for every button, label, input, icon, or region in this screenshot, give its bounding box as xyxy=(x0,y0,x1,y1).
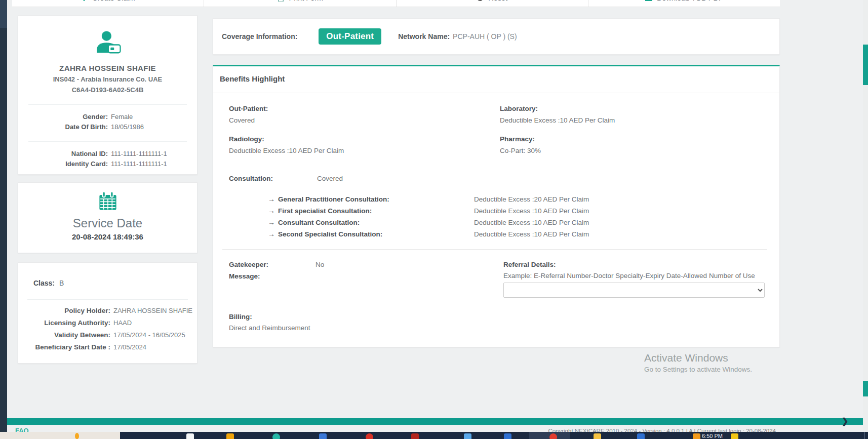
divider xyxy=(222,249,767,250)
plus-icon xyxy=(81,0,88,2)
patient-card-id: C6A4-D193-6A02-5C4B xyxy=(18,86,197,94)
show-desktop-button[interactable] xyxy=(864,432,865,439)
out-patient-label: Out-Patient: xyxy=(229,105,268,112)
sidebar-menu-toggle[interactable] xyxy=(0,0,7,28)
dob-label: Date Of Birth: xyxy=(18,123,108,131)
arrow-right-icon: → xyxy=(268,218,275,226)
identity-card-value: 111-1111-1111111-1 xyxy=(111,160,197,168)
coverage-card: Coverage Information: Out-Patient Networ… xyxy=(213,18,780,55)
national-id-value: 111-1111-1111111-1 xyxy=(111,150,197,157)
policy-card: Class: B Policy Holder: ZAHRA HOSSEIN SH… xyxy=(18,262,198,364)
laboratory-value: Deductible Excess :10 AED Per Claim xyxy=(500,116,615,124)
out-patient-value: Covered xyxy=(229,116,255,124)
gatekeeper-value: No xyxy=(315,261,324,268)
patient-name: ZAHRA HOSSEIN SHAFIE xyxy=(18,64,197,72)
referral-details-select[interactable] xyxy=(503,283,765,298)
taskbar-app-icon[interactable] xyxy=(637,433,645,439)
create-claim-label: Create Claim xyxy=(92,0,135,2)
taskbar-app-icon[interactable] xyxy=(186,433,194,439)
patient-ids: National ID: 111-1111-1111111-1 Identity… xyxy=(18,150,197,168)
taskbar-app-icon[interactable] xyxy=(366,433,373,439)
consultant-consultation-label: Consultant Consultation: xyxy=(278,219,360,226)
consultation-label: Consultation: xyxy=(229,175,273,182)
activate-windows-watermark: Activate Windows Go to Settings to activ… xyxy=(644,352,752,373)
consultant-consultation-value: Deductible Excess :10 AED Per Claim xyxy=(474,219,589,226)
referral-details-hint: Example: E-Referral Number-Doctor Specia… xyxy=(503,272,755,280)
divider xyxy=(27,299,188,300)
taskbar-app-icon[interactable] xyxy=(272,433,280,439)
activate-windows-line2: Go to Settings to activate Windows. xyxy=(644,366,752,373)
scrollbar-thumb[interactable] xyxy=(863,381,868,396)
divider xyxy=(28,104,187,105)
scrollbar-track[interactable] xyxy=(863,0,868,432)
dob-value: 18/05/1986 xyxy=(111,123,197,131)
policy-holder-label: Policy Holder: xyxy=(18,307,110,314)
national-id-label: National ID: xyxy=(18,150,108,157)
taskbar-app-icon[interactable] xyxy=(504,433,511,439)
benefits-highlight-title: Benefits Highlight xyxy=(220,74,285,83)
identity-card-label: Identity Card: xyxy=(18,160,108,168)
printer-icon xyxy=(277,0,285,2)
taskbar-folder-icon[interactable] xyxy=(594,433,601,439)
billing-value: Direct and Reimbursement xyxy=(229,324,310,332)
second-specialist-consultation-value: Deductible Excess :10 AED Per Claim xyxy=(474,230,589,238)
network-name-label: Network Name: xyxy=(398,32,450,41)
arrow-right-icon: → xyxy=(268,207,275,215)
coverage-type-badge: Out-Patient xyxy=(319,28,381,45)
billing-label: Billing: xyxy=(229,313,252,321)
reset-button[interactable]: Reset xyxy=(397,0,588,7)
taskbar-clock[interactable]: 6:50 PM xyxy=(702,433,723,439)
download-icon xyxy=(645,0,652,2)
first-specialist-consultation-label: First specialist Consultation: xyxy=(278,207,372,215)
scrollbar-thumb[interactable] xyxy=(863,45,868,85)
benefits-highlight-card: Benefits Highlight Out-Patient: Covered … xyxy=(213,65,780,347)
radiology-value: Deductible Excess :10 AED Per Claim xyxy=(229,147,344,154)
coverage-information-label: Coverage Information: xyxy=(222,32,297,41)
network-name-value: PCP-AUH ( OP ) (S) xyxy=(453,32,517,41)
taskbar-app-icon[interactable] xyxy=(549,433,557,439)
gp-consultation-value: Deductible Excess :20 AED Per Claim xyxy=(474,195,589,203)
taskbar-app-icon[interactable] xyxy=(693,433,700,439)
policy-details: Policy Holder: ZAHRA HOSSEIN SHAFIE Lice… xyxy=(18,307,197,351)
taskbar-app-icon[interactable] xyxy=(226,433,234,439)
second-specialist-consultation-label: Second Specialist Consultation: xyxy=(278,230,382,238)
consultation-value: Covered xyxy=(317,175,343,182)
taskbar-app-icon[interactable] xyxy=(464,433,471,439)
activate-windows-line1: Activate Windows xyxy=(644,352,752,364)
footer-accent-band: ❯ xyxy=(0,418,868,425)
class-value: B xyxy=(59,279,64,287)
taskbar-app-icon[interactable] xyxy=(319,433,327,439)
print-form-label: Print Form xyxy=(289,0,324,2)
divider xyxy=(28,141,187,142)
taskbar-search-box[interactable] xyxy=(0,432,120,439)
referral-details-label: Referral Details: xyxy=(503,261,556,268)
print-form-button[interactable]: Print Form xyxy=(204,0,396,7)
windows-taskbar: 6:50 PM xyxy=(0,432,868,439)
create-claim-button[interactable]: Create Claim xyxy=(12,0,204,7)
calendar-icon xyxy=(18,191,197,214)
message-label: Message: xyxy=(229,272,260,280)
validity-between-label: Validity Between: xyxy=(18,331,110,339)
beneficiary-start-date-label: Beneficiary Start Date : xyxy=(18,343,110,351)
pharmacy-label: Pharmacy: xyxy=(500,135,535,143)
patient-insurer: INS042 - Arabia Insurance Co. UAE xyxy=(18,75,197,83)
arrow-right-icon: → xyxy=(268,195,275,203)
download-tob-pdf-button[interactable]: Download TOB PDF xyxy=(588,0,780,7)
reset-label: Reset xyxy=(488,0,507,2)
collapsed-sidebar[interactable] xyxy=(0,0,7,432)
reset-icon xyxy=(477,0,484,2)
class-label: Class: xyxy=(33,279,55,287)
patient-avatar-icon xyxy=(18,29,197,59)
taskbar-app-icon[interactable] xyxy=(411,433,419,439)
download-tob-pdf-label: Download TOB PDF xyxy=(657,0,723,2)
patient-demographics: Gender: Female Date Of Birth: 18/05/1986 xyxy=(18,113,197,131)
patient-card: ZAHRA HOSSEIN SHAFIE INS042 - Arabia Ins… xyxy=(18,15,198,175)
chevron-right-icon[interactable]: ❯ xyxy=(842,417,848,426)
gp-consultation-label: General Practitioner Consultation: xyxy=(278,195,389,203)
beneficiary-start-date-value: 17/05/2024 xyxy=(113,343,197,351)
toolbar: Create Claim Print Form Reset Download T… xyxy=(12,0,780,7)
policy-holder-value: ZAHRA HOSSEIN SHAFIE xyxy=(113,307,197,314)
first-specialist-consultation-value: Deductible Excess :10 AED Per Claim xyxy=(474,207,589,215)
divider xyxy=(213,93,779,93)
taskbar-app-icon[interactable] xyxy=(731,433,738,439)
